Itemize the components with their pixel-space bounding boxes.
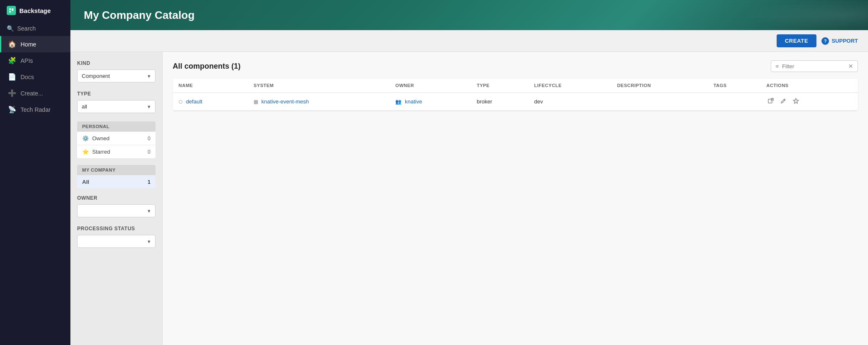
apis-icon: 🧩	[8, 57, 16, 64]
toolbar: CREATE ? SUPPORT	[70, 30, 868, 52]
owner-icon: 👥	[395, 99, 402, 105]
support-button[interactable]: ? SUPPORT	[821, 37, 858, 45]
system-icon: ▦	[254, 99, 258, 105]
starred-label: Starred	[92, 149, 110, 155]
row-description	[611, 93, 707, 111]
search-label: Search	[17, 25, 36, 32]
sidebar-item-create[interactable]: ➕ Create...	[0, 85, 70, 101]
page-header: My Company Catalog	[70, 0, 868, 30]
row-lifecycle: dev	[529, 93, 611, 111]
create-icon: ➕	[8, 89, 16, 97]
star-button[interactable]	[791, 97, 801, 106]
page-title: My Company Catalog	[84, 9, 194, 22]
processing-status-label: PROCESSING STATUS	[77, 226, 155, 232]
owner-label: OWNER	[77, 195, 155, 201]
content-area: Kind Component API System Domain Resourc…	[70, 52, 868, 345]
catalog-table-header: NAME SYSTEM OWNER TYPE LIFECYCLE DESCRIP…	[173, 79, 858, 93]
col-lifecycle: LIFECYCLE	[529, 79, 611, 93]
catalog-area: All components (1) ≡ ✕ NAME SYSTEM OWNER…	[163, 52, 868, 345]
col-name: NAME	[173, 79, 248, 93]
main-area: My Company Catalog CREATE ? SUPPORT Kind…	[70, 0, 868, 345]
all-filter-item[interactable]: All 1	[77, 175, 155, 188]
filter-input[interactable]	[782, 63, 845, 70]
sidebar-tech-radar-label: Tech Radar	[21, 106, 51, 113]
sidebar-item-apis[interactable]: 🧩 APIs	[0, 52, 70, 69]
sidebar-item-docs[interactable]: 📄 Docs	[0, 69, 70, 85]
row-system-link[interactable]: knative-event-mesh	[262, 98, 309, 105]
edit-button[interactable]	[779, 97, 788, 106]
logo-label: Backstage	[19, 7, 51, 14]
kind-select-wrapper: Component API System Domain Resource ▼	[77, 70, 155, 82]
personal-group-header: PERSONAL	[77, 121, 155, 131]
sidebar-create-label: Create...	[21, 90, 43, 97]
owned-filter-item[interactable]: ⚙️ Owned 0	[77, 131, 155, 145]
open-in-new-button[interactable]	[766, 97, 775, 106]
row-system: ▦ knative-event-mesh	[248, 93, 389, 111]
row-tags	[707, 93, 760, 111]
filter-panel: Kind Component API System Domain Resourc…	[70, 52, 163, 345]
owner-select-wrapper: ▼	[77, 204, 155, 217]
sidebar-docs-label: Docs	[21, 74, 34, 80]
sidebar-search[interactable]: 🔍 Search	[0, 21, 70, 36]
row-owner-link[interactable]: knative	[405, 98, 422, 105]
col-description: DESCRIPTION	[611, 79, 707, 93]
catalog-table: NAME SYSTEM OWNER TYPE LIFECYCLE DESCRIP…	[173, 79, 858, 111]
support-label: SUPPORT	[832, 38, 858, 44]
col-owner: OWNER	[389, 79, 471, 93]
sidebar-item-home[interactable]: 🏠 Home	[0, 36, 70, 52]
starred-item-left: ⭐ Starred	[82, 149, 110, 155]
row-actions	[760, 93, 858, 111]
filter-clear-button[interactable]: ✕	[848, 63, 853, 70]
catalog-table-body: ⬡ default ▦ knative-event-mesh 👥 knative…	[173, 93, 858, 111]
all-item-left: All	[82, 179, 89, 185]
row-name: ⬡ default	[173, 93, 248, 111]
row-owner: 👥 knative	[389, 93, 471, 111]
catalog-header: All components (1) ≡ ✕	[173, 60, 858, 72]
docs-icon: 📄	[8, 73, 16, 81]
starred-icon: ⭐	[82, 149, 89, 155]
starred-filter-item[interactable]: ⭐ Starred 0	[77, 145, 155, 158]
sidebar-apis-label: APIs	[21, 57, 33, 64]
home-icon: 🏠	[8, 40, 16, 48]
owned-label: Owned	[92, 135, 109, 142]
filter-input-wrapper: ≡ ✕	[771, 60, 858, 72]
starred-count: 0	[148, 149, 150, 155]
processing-status-select[interactable]	[77, 235, 155, 248]
support-icon: ?	[821, 37, 829, 45]
company-group-header: MY COMPANY	[77, 165, 155, 175]
table-row: ⬡ default ▦ knative-event-mesh 👥 knative…	[173, 93, 858, 111]
col-system: SYSTEM	[248, 79, 389, 93]
col-type: TYPE	[471, 79, 528, 93]
owner-select[interactable]	[77, 204, 155, 217]
kind-label: Kind	[77, 60, 155, 66]
row-actions-group	[766, 97, 852, 106]
sidebar-logo: Backstage	[0, 0, 70, 21]
logo-icon	[7, 6, 16, 15]
sidebar-item-tech-radar[interactable]: 📡 Tech Radar	[0, 101, 70, 118]
personal-filter-group: PERSONAL ⚙️ Owned 0 ⭐ Starred 0	[77, 121, 155, 158]
name-icon: ⬡	[179, 99, 183, 104]
row-type: broker	[471, 93, 528, 111]
owned-count: 0	[148, 136, 150, 142]
tech-radar-icon: 📡	[8, 106, 16, 113]
type-select[interactable]: all service website library	[77, 100, 155, 113]
sidebar: Backstage 🔍 Search 🏠 Home 🧩 APIs 📄 Docs …	[0, 0, 70, 345]
search-icon: 🔍	[7, 25, 14, 32]
create-button[interactable]: CREATE	[777, 34, 816, 47]
sidebar-home-label: Home	[21, 41, 36, 48]
company-filter-group: MY COMPANY All 1	[77, 165, 155, 188]
owned-icon: ⚙️	[82, 135, 89, 142]
catalog-title: All components (1)	[173, 62, 241, 71]
row-name-link[interactable]: default	[186, 98, 202, 105]
col-actions: ACTIONS	[760, 79, 858, 93]
kind-select[interactable]: Component API System Domain Resource	[77, 70, 155, 82]
owned-item-left: ⚙️ Owned	[82, 135, 109, 142]
all-label: All	[82, 179, 89, 185]
type-select-wrapper: all service website library ▼	[77, 100, 155, 113]
processing-status-select-wrapper: ▼	[77, 235, 155, 248]
filter-icon: ≡	[775, 63, 779, 70]
all-count: 1	[148, 179, 150, 185]
type-label: Type	[77, 91, 155, 97]
col-tags: TAGS	[707, 79, 760, 93]
